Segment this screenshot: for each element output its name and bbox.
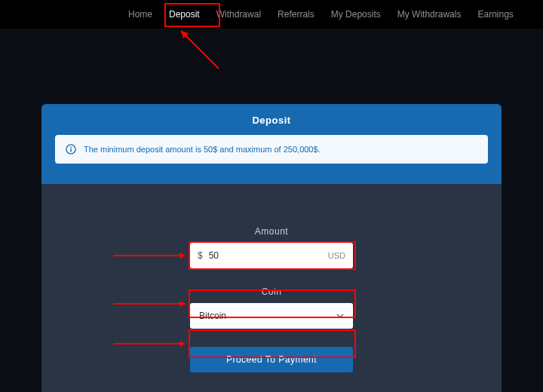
amount-prefix: $ [198, 250, 203, 261]
amount-input[interactable] [209, 250, 328, 261]
proceed-label: Proceed To Payment [226, 354, 317, 365]
card-body: Amount $ USD Coin Bitcoin Proceed To Pay… [41, 184, 502, 392]
nav-my-deposits[interactable]: My Deposits [331, 9, 381, 20]
amount-block: Amount $ USD [190, 226, 353, 268]
coin-select[interactable]: Bitcoin [190, 303, 353, 329]
nav-referrals[interactable]: Referrals [278, 9, 314, 20]
proceed-button[interactable]: Proceed To Payment [190, 347, 353, 372]
svg-point-1 [70, 147, 72, 149]
nav-withdrawal[interactable]: Withdrawal [216, 9, 261, 20]
amount-label: Amount [190, 226, 353, 237]
svg-rect-2 [70, 149, 71, 152]
nav-home[interactable]: Home [128, 9, 152, 20]
top-nav: Home Deposit Withdrawal Referrals My Dep… [0, 0, 543, 29]
deposit-card: Deposit The minimum deposit amount is 50… [41, 104, 502, 392]
svg-line-3 [181, 31, 219, 69]
card-title: Deposit [252, 115, 290, 126]
notice-text: The minimum deposit amount is 50$ and ma… [84, 145, 321, 154]
nav-my-withdrawals[interactable]: My Withdrawals [397, 9, 462, 20]
annotation-arrow-diag [173, 27, 226, 72]
info-icon [66, 144, 76, 155]
nav-deposit[interactable]: Deposit [169, 9, 200, 20]
notice-banner: The minimum deposit amount is 50$ and ma… [55, 135, 488, 164]
nav-earnings[interactable]: Earnings [477, 9, 513, 20]
svg-marker-4 [181, 31, 189, 38]
coin-label: Coin [190, 286, 353, 297]
chevron-down-icon [336, 312, 344, 320]
card-header: Deposit The minimum deposit amount is 50… [41, 104, 502, 184]
amount-input-wrapper[interactable]: $ USD [190, 243, 353, 268]
coin-block: Coin Bitcoin [190, 286, 353, 329]
coin-value: Bitcoin [199, 311, 226, 321]
amount-suffix: USD [328, 251, 345, 260]
